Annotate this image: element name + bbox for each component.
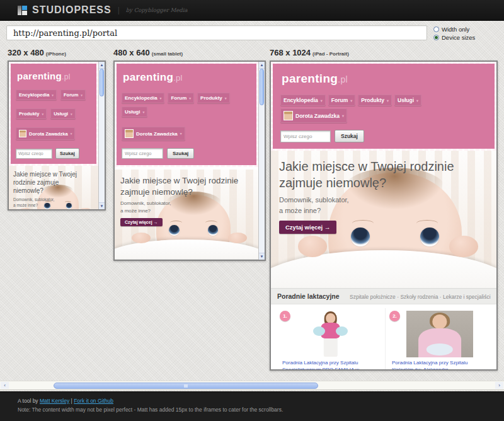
radio-width-only-circle[interactable] bbox=[433, 26, 439, 32]
menu-uslugi[interactable]: Usługi▾ bbox=[50, 108, 76, 119]
user-menu-dorota[interactable]: Dorota Zawadzka▾ bbox=[16, 127, 75, 140]
page: STUDIOPRESS | by Copyblogger Media Width… bbox=[0, 0, 504, 421]
search-button[interactable]: Szukaj bbox=[335, 130, 364, 142]
hero-subtitle: Domownik, sublokator,a może inne? bbox=[279, 195, 496, 216]
hero-section: Jakie miejsce w Twojej rodzinie zajmuje … bbox=[115, 170, 258, 259]
parenting-logo[interactable]: parenting.pl bbox=[17, 71, 93, 81]
menu-produkty[interactable]: Produkty▾ bbox=[197, 93, 229, 103]
listing-2-link[interactable]: Poradnia Laktacyjna przy Szpitalu Kielec… bbox=[392, 360, 488, 371]
menu-produkty[interactable]: Produkty▾ bbox=[16, 108, 47, 119]
listing-1-link[interactable]: Poradnia Laktacyjna przy Szpitalu Specja… bbox=[282, 360, 379, 371]
listing-number-badge: 2. bbox=[389, 311, 400, 321]
vertical-scrollbar[interactable]: ▲ ▼ bbox=[98, 62, 105, 209]
footer-note: Note: The content width may not be pixel… bbox=[18, 407, 504, 413]
fork-on-github-link[interactable]: Fork it on Github bbox=[74, 398, 113, 404]
tab-separator: · bbox=[440, 294, 442, 300]
tab-poradnie-laktacyjne[interactable]: Poradnie laktacyjne bbox=[277, 292, 340, 300]
iframe-ipad[interactable]: parenting.pl Encyklopedia▾ Forum▾ Produk… bbox=[270, 61, 498, 371]
menu-uslugi[interactable]: Usługi▾ bbox=[394, 95, 421, 106]
search-row: Szukaj bbox=[122, 148, 251, 159]
cta-czytaj-wiecej[interactable]: Czytaj więcej → bbox=[120, 218, 163, 226]
chevron-down-icon: ▾ bbox=[52, 93, 54, 97]
category-tabbar: Poradnie laktacyjne Szpitale położnicze … bbox=[115, 259, 258, 261]
radio-device-sizes[interactable]: Device sizes bbox=[433, 34, 475, 41]
scroll-down-arrow-icon[interactable]: ▼ bbox=[99, 202, 105, 209]
tab-separator: · bbox=[397, 294, 399, 300]
user-avatar bbox=[284, 111, 293, 120]
site-small-tablet: parenting.pl Encyklopedia▾ Forum▾ Produk… bbox=[115, 62, 258, 260]
hero-section: Jakie miejsce w Twojej rodzinie zajmuje … bbox=[9, 166, 98, 211]
radio-device-sizes-circle[interactable] bbox=[433, 35, 439, 40]
user-menu-row: Dorota Zawadzka▾ bbox=[16, 127, 93, 140]
url-input[interactable] bbox=[6, 25, 427, 40]
chevron-down-icon: ▾ bbox=[142, 110, 144, 114]
hero-title: Jakie miejsce w Twojej rodzinie zajmuje … bbox=[279, 158, 487, 191]
parenting-logo[interactable]: parenting.pl bbox=[123, 71, 251, 84]
menu-produkty[interactable]: Produkty▾ bbox=[358, 95, 392, 106]
user-menu-dorota[interactable]: Dorota Zawadzka▾ bbox=[280, 108, 347, 123]
menu-forum[interactable]: Forum▾ bbox=[60, 89, 86, 100]
frame-tablet-label: 480 x 640(small tablet) bbox=[113, 48, 266, 61]
menu-uslugi[interactable]: Usługi▾ bbox=[122, 107, 147, 117]
chevron-down-icon: ▾ bbox=[387, 98, 389, 103]
chevron-down-icon: ▾ bbox=[71, 132, 72, 136]
hero-text: Jakie miejsce w Twojej rodzinie zajmuje … bbox=[9, 166, 98, 211]
frame-iphone: 320 x 480(iPhone) parenting.pl Encyklope… bbox=[8, 48, 106, 211]
chevron-down-icon: ▾ bbox=[180, 132, 182, 136]
mode-radio-group: Width only Device sizes bbox=[433, 26, 475, 42]
iframe-small-tablet[interactable]: parenting.pl Encyklopedia▾ Forum▾ Produk… bbox=[113, 61, 266, 261]
tab-szkoly-rodzenia[interactable]: Szkoły rodzenia bbox=[400, 294, 438, 300]
listing-1-photo[interactable] bbox=[304, 311, 358, 357]
listing-1: 1. Poradnia Laktacyjna przy Szpitalu Spe… bbox=[276, 308, 382, 371]
search-button[interactable]: Szukaj bbox=[167, 148, 194, 159]
tab-szpitale-poloznicze[interactable]: Szpitale położnicze bbox=[350, 294, 396, 300]
scroll-left-arrow-icon[interactable]: ‹ bbox=[1, 382, 9, 389]
site-search-input[interactable] bbox=[122, 148, 163, 159]
scroll-up-arrow-icon[interactable]: ▲ bbox=[259, 62, 265, 69]
scroll-up-arrow-icon[interactable]: ▲ bbox=[99, 62, 105, 69]
chevron-down-icon: ▾ bbox=[160, 96, 162, 100]
site-search-input[interactable] bbox=[16, 149, 52, 159]
author-link[interactable]: Matt Kersley bbox=[40, 398, 69, 404]
listing-number-badge: 1. bbox=[280, 311, 290, 321]
menu-encyklopedia[interactable]: Encyklopedia▾ bbox=[16, 89, 57, 100]
footer: A tool by Matt Kersley | Fork it on Gith… bbox=[0, 391, 504, 421]
scroll-right-arrow-icon[interactable]: › bbox=[495, 382, 503, 389]
menu-forum[interactable]: Forum▾ bbox=[328, 95, 355, 106]
site-header: parenting.pl Encyklopedia▾ Forum▾ Produk… bbox=[9, 62, 98, 166]
horizontal-scrollbar-thumb[interactable] bbox=[54, 383, 318, 389]
radio-width-only-label: Width only bbox=[442, 26, 469, 33]
scrollbar-thumb[interactable] bbox=[260, 69, 264, 105]
baby-eye bbox=[169, 225, 180, 236]
hero-text: Jakie miejsce w Twojej rodzinie zajmuje … bbox=[271, 151, 496, 234]
category-tabbar: Poradnie laktacyjne Szpitale położnicze … bbox=[271, 288, 496, 304]
hero-text: Jakie miejsce w Twojej rodzinie zajmuje … bbox=[115, 170, 258, 226]
search-button[interactable]: Szukaj bbox=[55, 148, 79, 159]
site-iphone: parenting.pl Encyklopedia▾ Forum▾ Produk… bbox=[9, 62, 98, 209]
chevron-down-icon: ▾ bbox=[342, 113, 344, 118]
brand-tagline: by Copyblogger Media bbox=[126, 7, 188, 13]
menu-forum[interactable]: Forum▾ bbox=[168, 93, 194, 103]
iframe-iphone[interactable]: parenting.pl Encyklopedia▾ Forum▾ Produk… bbox=[8, 61, 106, 211]
cta-czytaj-wiecej[interactable]: Czytaj więcej → bbox=[279, 221, 336, 234]
vertical-scrollbar[interactable]: ▲ ▼ bbox=[258, 62, 265, 260]
horizontal-scrollbar[interactable]: ‹ › bbox=[0, 381, 504, 390]
parenting-logo[interactable]: parenting.pl bbox=[282, 72, 487, 86]
site-search-input[interactable] bbox=[280, 130, 331, 142]
site-header: parenting.pl Encyklopedia▾ Forum▾ Produk… bbox=[271, 62, 496, 151]
radio-width-only[interactable]: Width only bbox=[433, 26, 475, 33]
menu-encyklopedia[interactable]: Encyklopedia▾ bbox=[280, 95, 326, 106]
tab-lekarze[interactable]: Lekarze i specjaliści bbox=[443, 294, 491, 300]
scroll-down-arrow-icon[interactable]: ▼ bbox=[259, 253, 265, 260]
user-avatar bbox=[19, 130, 26, 137]
radio-device-sizes-label: Device sizes bbox=[442, 34, 475, 41]
menu-row-2: Produkty▾ Usługi▾ bbox=[16, 108, 93, 119]
listing-2-photo[interactable] bbox=[406, 311, 473, 357]
hero-title: Jakie miejsce w Twojej rodzinie zajmuje … bbox=[120, 175, 240, 197]
user-menu-row: Dorota Zawadzka▾ bbox=[122, 127, 251, 141]
scrollbar-thumb[interactable] bbox=[100, 69, 104, 96]
chevron-down-icon: ▾ bbox=[350, 98, 352, 103]
menu-encyklopedia[interactable]: Encyklopedia▾ bbox=[122, 93, 164, 103]
brand-title: STUDIOPRESS bbox=[32, 4, 112, 16]
user-menu-dorota[interactable]: Dorota Zawadzka▾ bbox=[122, 127, 185, 141]
